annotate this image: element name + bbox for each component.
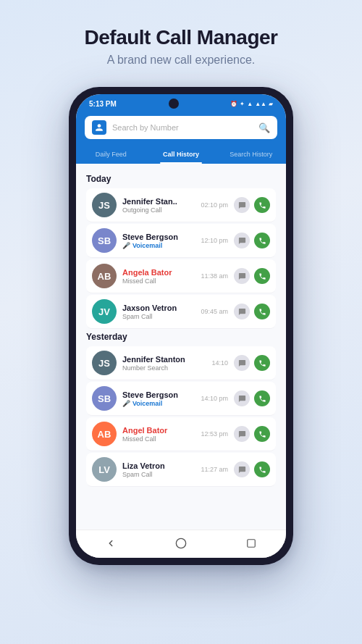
- message-button[interactable]: [234, 426, 250, 442]
- message-button[interactable]: [234, 233, 250, 248]
- message-button[interactable]: [234, 355, 250, 371]
- call-item: JSJennifer StantonNumber Search14:10: [86, 346, 276, 380]
- message-button[interactable]: [234, 461, 250, 477]
- battery-icon: ▰: [269, 101, 273, 107]
- nav-recent-button[interactable]: [244, 536, 258, 551]
- tab-call-history[interactable]: Call History: [146, 146, 216, 164]
- voicemail-label: Voicemail: [132, 400, 162, 407]
- call-type: Missed Call: [122, 435, 201, 443]
- call-name: Angela Bator: [122, 268, 201, 277]
- call-name: Steve Bergson: [122, 233, 201, 241]
- message-button[interactable]: [234, 304, 250, 319]
- page-title: Default Call Manager: [85, 26, 278, 49]
- message-button[interactable]: [234, 197, 250, 213]
- svg-point-0: [176, 538, 185, 548]
- call-time: 12:53 pm: [201, 430, 228, 438]
- notch: [169, 99, 179, 109]
- avatar: JS: [92, 351, 117, 375]
- home-icon: [175, 538, 187, 549]
- call-name: Angel Bator: [122, 426, 201, 435]
- call-actions: [234, 304, 270, 319]
- nav-back-button[interactable]: [104, 536, 118, 551]
- call-item: LVLiza VetronSpam Call11:27 am: [86, 453, 276, 487]
- avatar: SB: [92, 386, 117, 411]
- call-type: Number Search: [122, 364, 211, 372]
- alarm-icon: ⏰: [230, 101, 237, 107]
- call-type: Spam Call: [122, 471, 201, 478]
- tab-search-history[interactable]: Search History: [216, 146, 286, 164]
- call-type: Outgoing Call: [122, 206, 201, 214]
- phone-mockup: 5:13 PM ⏰ ✦ ▲ ▲▲ ▰ Search by Number �: [69, 87, 293, 565]
- message-button[interactable]: [234, 390, 250, 406]
- call-button[interactable]: [254, 197, 270, 213]
- message-button[interactable]: [234, 268, 250, 284]
- nav-bar: [76, 530, 286, 558]
- call-time: 02:10 pm: [201, 201, 228, 209]
- call-button[interactable]: [254, 390, 270, 406]
- call-actions: [234, 461, 270, 477]
- call-name: Steve Bergson: [122, 390, 201, 399]
- call-time: 09:45 am: [201, 308, 228, 315]
- nav-home-button[interactable]: [174, 536, 188, 551]
- call-info: Steve Bergson🎤Voicemail: [122, 390, 201, 407]
- section-label-today: Today: [86, 174, 276, 184]
- call-button[interactable]: [254, 233, 270, 248]
- call-item: ABAngela BatorMissed Call11:38 am: [86, 259, 276, 293]
- tabs-row: Daily Feed Call History Search History: [76, 146, 286, 164]
- phone-frame: 5:13 PM ⏰ ✦ ▲ ▲▲ ▰ Search by Number �: [69, 87, 293, 565]
- contact-icon: [95, 123, 104, 132]
- avatar: LV: [92, 457, 117, 482]
- call-actions: [234, 268, 270, 284]
- search-bar-container: Search by Number 🔍: [76, 112, 286, 146]
- back-icon: [106, 538, 116, 548]
- voicemail-row: 🎤Voicemail: [122, 400, 201, 407]
- phone-screen: 5:13 PM ⏰ ✦ ▲ ▲▲ ▰ Search by Number �: [76, 94, 286, 558]
- call-info: Jennifer Stan..Outgoing Call: [122, 197, 201, 214]
- call-info: Angela BatorMissed Call: [122, 268, 201, 285]
- wifi-icon: ▲: [247, 101, 253, 107]
- call-item: SBSteve Bergson🎤Voicemail14:10 pm: [86, 382, 276, 416]
- call-info: Steve Bergson🎤Voicemail: [122, 233, 201, 249]
- status-bar: 5:13 PM ⏰ ✦ ▲ ▲▲ ▰: [76, 94, 286, 112]
- bluetooth-icon: ✦: [240, 101, 245, 107]
- status-icons: ⏰ ✦ ▲ ▲▲ ▰: [230, 101, 273, 107]
- call-actions: [234, 197, 270, 213]
- status-time: 5:13 PM: [89, 100, 117, 108]
- call-time: 11:27 am: [201, 466, 228, 473]
- tab-daily-feed[interactable]: Daily Feed: [76, 146, 146, 164]
- call-actions: [234, 390, 270, 406]
- call-item: JVJaxson VetronSpam Call09:45 am: [86, 295, 276, 329]
- recent-icon: [246, 538, 256, 548]
- call-button[interactable]: [254, 304, 270, 319]
- avatar: AB: [92, 422, 117, 446]
- call-actions: [234, 355, 270, 371]
- call-info: Jennifer StantonNumber Search: [122, 355, 211, 372]
- call-name: Jaxson Vetron: [122, 304, 201, 312]
- voicemail-label: Voicemail: [132, 242, 162, 249]
- call-item: SBSteve Bergson🎤Voicemail12:10 pm: [86, 224, 276, 258]
- call-time: 14:10 pm: [201, 395, 228, 402]
- call-time: 12:10 pm: [201, 237, 228, 244]
- voicemail-icon: 🎤: [122, 400, 130, 407]
- call-button[interactable]: [254, 426, 270, 442]
- voicemail-row: 🎤Voicemail: [122, 242, 201, 249]
- call-button[interactable]: [254, 461, 270, 477]
- call-time: 11:38 am: [201, 272, 228, 280]
- call-type: Spam Call: [122, 313, 201, 320]
- avatar: SB: [92, 228, 117, 253]
- call-info: Angel BatorMissed Call: [122, 426, 201, 443]
- avatar: JS: [92, 193, 117, 217]
- call-name: Liza Vetron: [122, 461, 201, 470]
- section-label-yesterday: Yesterday: [86, 332, 276, 342]
- voicemail-icon: 🎤: [122, 242, 130, 249]
- call-button[interactable]: [254, 268, 270, 284]
- call-item: ABAngel BatorMissed Call12:53 pm: [86, 417, 276, 451]
- call-button[interactable]: [254, 355, 270, 371]
- call-info: Liza VetronSpam Call: [122, 461, 201, 478]
- search-input-row[interactable]: Search by Number 🔍: [85, 116, 277, 139]
- content-area: TodayJSJennifer Stan..Outgoing Call02:10…: [76, 164, 286, 530]
- svg-rect-1: [247, 540, 255, 548]
- search-magnifier-icon[interactable]: 🔍: [258, 122, 270, 133]
- search-placeholder: Search by Number: [112, 123, 253, 132]
- avatar: AB: [92, 264, 117, 288]
